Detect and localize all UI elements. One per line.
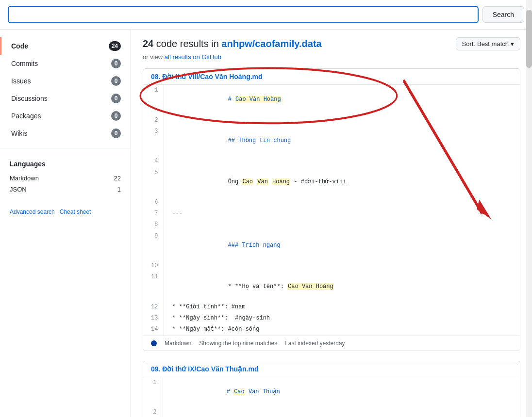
sidebar-item-commits[interactable]: Commits 0: [0, 55, 131, 72]
sidebar-item-issues[interactable]: Issues 0: [0, 72, 131, 90]
footer-showing: Showing the top nine matches: [199, 340, 277, 347]
line-content: * **Họ và tên**: Cao Văn Hoàng: [164, 272, 520, 302]
table-row: 11 * **Họ và tên**: Cao Văn Hoàng: [143, 272, 520, 302]
sidebar-item-discussions[interactable]: Discussions 0: [0, 90, 131, 107]
view-all: or view all results on GitHub: [143, 53, 520, 61]
line-num: 12: [143, 302, 164, 313]
sidebar-item-packages[interactable]: Packages 0: [0, 107, 131, 125]
main-layout: Code 24 Commits 0 Issues 0 Discussions 0…: [0, 30, 532, 417]
markdown-dot-icon: [151, 340, 157, 346]
file-card-2: 09. Đời thứ IX/Cao Văn Thuận.md 1 # Cao …: [143, 361, 520, 417]
results-label: code results in: [156, 38, 222, 49]
code-table-1: 1 # Cao Văn Hoàng 2 3 ## Thô: [143, 85, 520, 336]
results-area: 24 code results in anhpw/caofamily.data …: [131, 30, 532, 417]
file-card-wrapper-2: 09. Đời thứ IX/Cao Văn Thuận.md 1 # Cao …: [143, 361, 520, 417]
view-all-text: or view: [143, 53, 163, 61]
line-num: 4: [143, 156, 164, 167]
line-content: [164, 115, 520, 126]
sidebar-commits-label: Commits: [11, 60, 38, 67]
language-markdown[interactable]: Markdown 22: [10, 173, 121, 184]
sort-value: Best match: [477, 40, 509, 48]
sidebar-links: Advanced search Cheat sheet: [0, 201, 131, 223]
languages-title: Languages: [10, 160, 121, 168]
line-content: [164, 260, 520, 272]
sidebar-code-badge: 24: [109, 41, 121, 51]
scrollbar[interactable]: [526, 0, 532, 417]
scrollbar-thumb[interactable]: [526, 10, 532, 68]
line-content: [164, 219, 520, 230]
sidebar-discussions-badge: 0: [111, 94, 121, 103]
language-json[interactable]: JSON 1: [10, 184, 121, 195]
line-content: [164, 156, 520, 167]
code-text: # Cao Văn Thuận: [227, 388, 280, 395]
file-card-wrapper-1: 08. Đời thứ VIII/Cao Văn Hoàng.md 1 # Ca…: [143, 68, 520, 351]
line-content: [163, 407, 520, 417]
search-input[interactable]: Cao Văn Hoàng: [8, 6, 479, 23]
sidebar-issues-label: Issues: [11, 77, 31, 85]
line-num: 1: [143, 377, 163, 407]
table-row: 6: [143, 197, 520, 208]
table-row: 3 ## Thông tin chung: [143, 126, 520, 156]
sidebar-packages-badge: 0: [111, 111, 121, 121]
language-markdown-count: 22: [114, 175, 121, 182]
line-num: 6: [143, 197, 164, 208]
sidebar-code-label: Code: [11, 42, 28, 50]
table-row: 2: [143, 407, 520, 417]
footer-indexed: Last indexed yesterday: [285, 340, 345, 347]
line-num: 5: [143, 167, 164, 197]
code-table-2: 1 # Cao Văn Thuận 2 3 ## Thô: [143, 377, 520, 417]
sidebar-packages-label: Packages: [11, 112, 41, 120]
view-all-link[interactable]: all results on GitHub: [165, 53, 221, 61]
line-content: ---: [164, 208, 520, 219]
line-num: 8: [143, 219, 164, 230]
line-content: * **Ngày mất**: #còn-sống: [164, 324, 520, 335]
sidebar-item-wikis[interactable]: Wikis 0: [0, 125, 131, 142]
line-content: Ông Cao Văn Hoàng - #đời-thứ-viii: [164, 167, 520, 197]
sort-label: Sort:: [462, 40, 475, 48]
sidebar-issues-badge: 0: [111, 76, 121, 86]
language-markdown-label: Markdown: [10, 175, 39, 182]
language-json-count: 1: [117, 186, 121, 193]
sidebar-commits-badge: 0: [111, 59, 121, 68]
chevron-down-icon: ▾: [511, 40, 514, 48]
results-header: 24 code results in anhpw/caofamily.data …: [143, 37, 520, 50]
line-num: 3: [143, 126, 164, 156]
line-content: * **Ngày sinh**: #ngày-sinh: [164, 313, 520, 324]
table-row: 9 ### Trích ngang: [143, 231, 520, 261]
cheat-sheet-link[interactable]: Cheat sheet: [60, 208, 91, 215]
table-row: 4: [143, 156, 520, 167]
file-path-1[interactable]: 08. Đời thứ VIII/Cao Văn Hoàng.md: [151, 73, 263, 80]
repo-link[interactable]: anhpw/caofamily.data: [221, 38, 321, 49]
table-row: 14 * **Ngày mất**: #còn-sống: [143, 324, 520, 335]
line-num: 2: [143, 115, 164, 126]
file-card-1: 08. Đời thứ VIII/Cao Văn Hoàng.md 1 # Ca…: [143, 68, 520, 351]
file-path-2[interactable]: 09. Đời thứ IX/Cao Văn Thuận.md: [151, 365, 258, 373]
line-num: 13: [143, 313, 164, 324]
line-num: 1: [143, 85, 164, 115]
code-text: # Cao Văn Hoàng: [228, 96, 282, 103]
table-row: 1 # Cao Văn Thuận: [143, 377, 520, 407]
table-row: 1 # Cao Văn Hoàng: [143, 85, 520, 115]
line-content: ## Thông tin chung: [164, 126, 520, 156]
line-content: [164, 197, 520, 208]
line-num: 7: [143, 208, 164, 219]
footer-lang: Markdown: [165, 340, 191, 347]
table-row: 10: [143, 260, 520, 272]
advanced-search-link[interactable]: Advanced search: [10, 208, 55, 215]
line-num: 10: [143, 260, 164, 272]
table-row: 8: [143, 219, 520, 230]
line-content: ### Trích ngang: [164, 231, 520, 261]
language-json-label: JSON: [10, 186, 27, 193]
sidebar: Code 24 Commits 0 Issues 0 Discussions 0…: [0, 30, 131, 417]
sidebar-item-code[interactable]: Code 24: [0, 37, 131, 55]
line-content: # Cao Văn Hoàng: [164, 85, 520, 115]
line-num: 11: [143, 272, 164, 302]
line-content: * **Giới tính**: #nam: [164, 302, 520, 313]
sidebar-wikis-badge: 0: [111, 128, 121, 138]
languages-section: Languages Markdown 22 JSON 1: [0, 154, 131, 201]
table-row: 13 * **Ngày sinh**: #ngày-sinh: [143, 313, 520, 324]
line-content: # Cao Văn Thuận: [163, 377, 520, 407]
sort-dropdown[interactable]: Sort: Best match ▾: [456, 37, 521, 50]
search-button[interactable]: Search: [482, 6, 524, 23]
table-row: 7 ---: [143, 208, 520, 219]
